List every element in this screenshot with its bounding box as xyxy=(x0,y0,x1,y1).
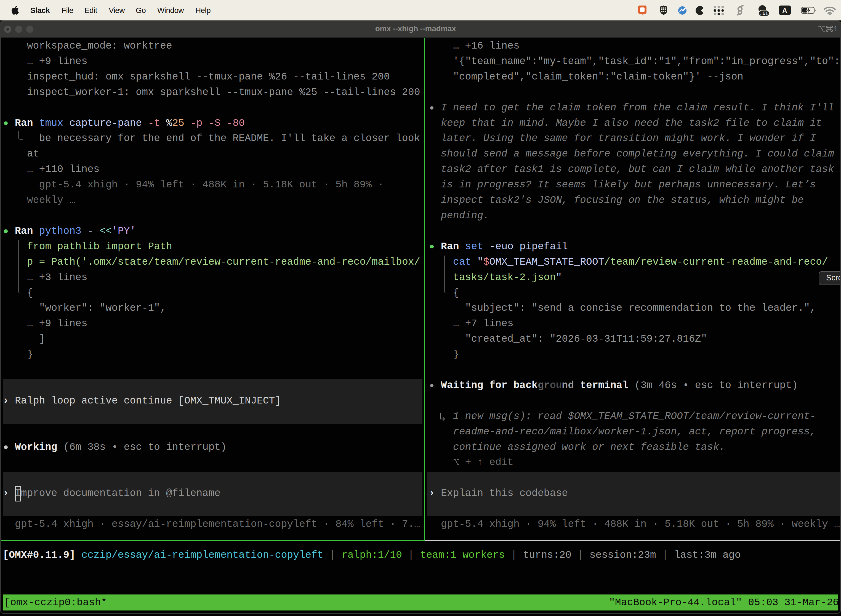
svg-text:A: A xyxy=(782,7,787,14)
svg-text:1: 1 xyxy=(834,25,837,32)
svg-text:..61: ..61 xyxy=(760,11,768,16)
